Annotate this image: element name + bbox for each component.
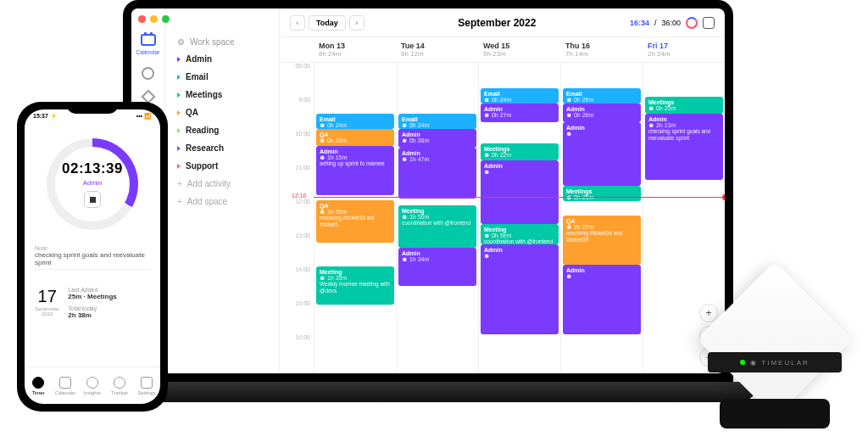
insights-icon xyxy=(86,377,98,389)
sidebar-item-reading[interactable]: Reading xyxy=(172,121,272,139)
calendar-event[interactable]: Admin⏺ xyxy=(481,160,559,224)
tab-timer[interactable]: Timer xyxy=(25,367,52,404)
calendar-icon xyxy=(59,377,71,389)
today-date: 17 September 2022 xyxy=(35,287,59,319)
sidebar-item-qa[interactable]: QA xyxy=(172,104,272,121)
sidebar-item-email[interactable]: Email xyxy=(172,68,272,86)
timer-value: 02:13:39 xyxy=(62,160,123,177)
tracked-time: 16:34 xyxy=(630,19,649,27)
time-sep: / xyxy=(654,19,657,27)
prev-button[interactable]: ‹ xyxy=(290,15,305,31)
now-indicator: 12:16 xyxy=(314,197,725,198)
calendar-event[interactable]: Meeting⏺ 1h 56mcoordination with @fronte… xyxy=(398,205,476,248)
timer-activity: Admin xyxy=(83,179,103,187)
goal-time: 36:00 xyxy=(661,19,681,27)
calendar-main: ‹ Today › September 2022 16:34 / 36:00 xyxy=(280,8,725,373)
day-column[interactable]: Email⏺ 0h 24mAdmin⏺ 0h 27mMeetings⏺ 0h 2… xyxy=(478,63,560,373)
calendar-event[interactable]: Admin⏺ 1h 47m xyxy=(398,148,476,199)
sidebar-item-meetings[interactable]: Meetings xyxy=(172,86,272,104)
calendar-event[interactable]: Admin⏺ xyxy=(481,244,559,334)
laptop-frame: Calendar ⚙ Work space AdminEmailMeetings… xyxy=(123,0,733,424)
tab-calendar[interactable]: Calendar xyxy=(52,367,79,404)
sidebar-item-support[interactable]: Support xyxy=(172,157,272,175)
time-labels: 08:009:0010:0011:0012:0013:0014:0015:001… xyxy=(280,63,314,373)
day-column[interactable]: Email⏺ 0h 24mQA⏺ 0h 26mAdmin⏺ 1h 15msett… xyxy=(314,63,396,373)
calendar-event[interactable]: Email⏺ 0h 24m xyxy=(481,88,559,104)
workspace-header[interactable]: ⚙ Work space xyxy=(172,34,272,50)
today-button[interactable]: Today xyxy=(309,15,346,31)
next-button[interactable]: › xyxy=(349,15,364,31)
calendar-event[interactable]: Admin⏺ 0h 27m xyxy=(481,104,559,122)
calendar-event[interactable]: Admin⏺ 2h 13mchecking sprint goals and r… xyxy=(645,114,723,180)
tab-tracker[interactable]: Tracker xyxy=(106,367,133,404)
triangle-icon xyxy=(177,92,181,98)
day-header[interactable]: Tue 148h 12m xyxy=(396,37,478,62)
tracker-band: ◉ TIMEULAR xyxy=(708,352,842,373)
note-label: Note xyxy=(35,245,150,251)
progress-ring-icon xyxy=(686,17,698,29)
calendar-event[interactable]: Admin⏺ xyxy=(563,265,641,334)
calendar-event[interactable]: Meetings⏺ 0h 22m xyxy=(481,143,559,160)
calendar-event[interactable]: QA⏺ 0h 26m xyxy=(316,129,394,146)
calendar-picker-icon[interactable] xyxy=(703,17,715,29)
calendar-event[interactable]: Admin⏺ 1h 34m xyxy=(398,248,476,286)
laptop-base xyxy=(97,382,759,402)
calendar-event[interactable]: Meeting⏺ 1h 20mWeekly momee meeting with… xyxy=(316,266,394,305)
gear-icon: ⚙ xyxy=(177,37,185,47)
add-activity[interactable]: +Add activity xyxy=(172,175,272,193)
tracker-base xyxy=(720,399,830,429)
day-headers: Mon 138h 24mTue 148h 12mWed 155h 23mThu … xyxy=(280,37,725,63)
calendar-event[interactable]: Meetings⏺ 0h 25m xyxy=(563,186,641,201)
tracker-body xyxy=(697,261,853,417)
day-column[interactable]: Email⏺ 0h 24mAdmin⏺ 0h 28mAdmin⏺ 1h 47mM… xyxy=(396,63,478,373)
sidebar-item-admin[interactable]: Admin xyxy=(172,50,272,68)
stop-button[interactable] xyxy=(84,191,101,208)
day-header[interactable]: Fri 172h 24m xyxy=(643,37,725,62)
day-header[interactable]: Mon 138h 24m xyxy=(314,37,396,62)
signal-icon: 📶 xyxy=(136,113,152,120)
sidebar: ⚙ Work space AdminEmailMeetingsQAReading… xyxy=(165,8,280,373)
calendar-label: Calendar xyxy=(136,49,159,55)
tracker-icon[interactable] xyxy=(143,92,153,102)
triangle-icon xyxy=(177,164,181,169)
led-icon xyxy=(740,360,745,365)
calendar-event[interactable]: Meetings⏺ 0h 25m xyxy=(645,97,723,114)
day-header[interactable]: Wed 155h 23m xyxy=(478,37,560,62)
calendar-event[interactable]: Admin⏺ 1h 15msetting up sprint fo mamee xyxy=(316,146,394,195)
calendar-event[interactable]: Email⏺ 0h 26m xyxy=(563,88,641,104)
settings-icon xyxy=(141,377,153,389)
day-header[interactable]: Thu 167h 14m xyxy=(560,37,643,62)
calendar-event[interactable]: QA⏺ 2h 27mresolving #ticket34 and #ticke… xyxy=(563,216,641,265)
topbar: ‹ Today › September 2022 16:34 / 36:00 xyxy=(280,8,725,37)
close-icon[interactable] xyxy=(138,15,146,23)
calendar-icon[interactable] xyxy=(141,34,156,46)
note-field[interactable]: checking sprint goals and reevaluate spr… xyxy=(35,251,150,270)
tab-insights[interactable]: Insights xyxy=(79,367,106,404)
calendar-event[interactable]: Email⏺ 0h 24m xyxy=(316,114,394,129)
triangle-icon xyxy=(177,57,181,62)
status-bar: 15:37 ⚡ 📶 xyxy=(25,109,160,123)
day-column[interactable]: Email⏺ 0h 26mAdmin⏺ 0h 26mAdmin⏺ Meeting… xyxy=(560,63,643,373)
minimize-icon[interactable] xyxy=(150,15,158,23)
stop-icon xyxy=(90,197,96,203)
calendar-event[interactable]: QA⏺ 1h 56mresolving #ticket33 ant #ticke… xyxy=(316,200,394,243)
insights-icon[interactable] xyxy=(142,67,154,80)
tab-bar: TimerCalendarInsightsTrackerSettings xyxy=(25,367,160,404)
calendar-event[interactable]: Admin⏺ xyxy=(563,122,641,186)
calendar-event[interactable]: Email⏺ 0h 24m xyxy=(398,114,476,129)
add-space[interactable]: +Add space xyxy=(172,193,272,210)
tracker-device: ◉ TIMEULAR xyxy=(703,284,847,429)
tracker-icon xyxy=(114,377,125,389)
calendar-grid[interactable]: 08:009:0010:0011:0012:0013:0014:0015:001… xyxy=(280,63,725,373)
maximize-icon[interactable] xyxy=(162,15,170,23)
calendar-event[interactable]: Admin⏺ 0h 28m xyxy=(398,129,476,148)
calendar-event[interactable]: Admin⏺ 0h 26m xyxy=(563,104,641,122)
sidebar-item-research[interactable]: Research xyxy=(172,139,272,157)
calendar-event[interactable]: Meeting⏺ 0h 5emcoordination with @fronte… xyxy=(481,224,559,244)
triangle-icon xyxy=(177,146,181,151)
laptop-screen: Calendar ⚙ Work space AdminEmailMeetings… xyxy=(123,0,733,382)
phone-frame: 15:37 ⚡ 📶 02:13:39 Admin Note checking s… xyxy=(17,102,168,412)
triangle-icon xyxy=(177,75,181,80)
tab-settings[interactable]: Settings xyxy=(133,367,160,404)
triangle-icon xyxy=(177,128,181,133)
